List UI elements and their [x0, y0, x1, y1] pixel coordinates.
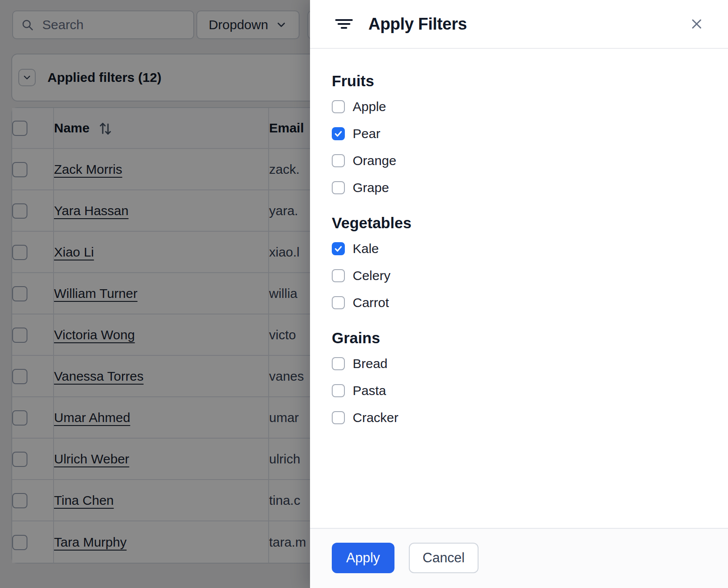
filter-option-carrot[interactable]: Carrot — [332, 289, 706, 316]
drawer-footer: Apply Cancel — [310, 528, 728, 588]
section-heading: Grains — [332, 328, 706, 348]
section-heading: Vegetables — [332, 213, 706, 233]
cancel-button[interactable]: Cancel — [409, 543, 479, 573]
filter-option-kale[interactable]: Kale — [332, 235, 706, 262]
filter-section-vegetables: Vegetables Kale Celery Carrot — [332, 213, 706, 316]
checkbox-orange[interactable] — [332, 154, 345, 167]
option-label: Carrot — [353, 295, 389, 310]
close-button[interactable] — [688, 15, 705, 33]
filter-section-grains: Grains Bread Pasta Cracker — [332, 328, 706, 431]
checkbox-kale[interactable] — [332, 242, 345, 255]
close-icon — [689, 16, 704, 32]
filter-option-orange[interactable]: Orange — [332, 147, 706, 174]
apply-button[interactable]: Apply — [332, 543, 394, 573]
checkbox-grape[interactable] — [332, 181, 345, 194]
checkbox-pasta[interactable] — [332, 384, 345, 397]
option-label: Cracker — [353, 410, 398, 425]
option-label: Pasta — [353, 383, 386, 398]
checkbox-pear[interactable] — [332, 127, 345, 140]
option-label: Grape — [353, 180, 389, 195]
checkbox-cracker[interactable] — [332, 411, 345, 424]
filter-option-celery[interactable]: Celery — [332, 262, 706, 289]
checkbox-apple[interactable] — [332, 100, 345, 113]
check-icon — [334, 129, 343, 139]
filter-drawer: Apply Filters Fruits Apple Pear — [310, 0, 728, 588]
option-label: Pear — [353, 126, 380, 141]
option-label: Orange — [353, 153, 396, 168]
checkbox-bread[interactable] — [332, 357, 345, 370]
checkbox-celery[interactable] — [332, 269, 345, 282]
option-label: Bread — [353, 356, 388, 371]
drawer-header: Apply Filters — [310, 0, 728, 49]
option-label: Celery — [353, 268, 391, 283]
drawer-content: Fruits Apple Pear Orange — [310, 49, 728, 528]
filter-option-cracker[interactable]: Cracker — [332, 404, 706, 431]
section-heading: Fruits — [332, 71, 706, 91]
option-label: Apple — [353, 99, 386, 114]
check-icon — [334, 244, 343, 253]
filter-option-grape[interactable]: Grape — [332, 174, 706, 201]
filter-option-bread[interactable]: Bread — [332, 350, 706, 377]
filter-lines-icon — [334, 15, 354, 33]
filter-option-apple[interactable]: Apple — [332, 93, 706, 120]
filter-section-fruits: Fruits Apple Pear Orange — [332, 71, 706, 201]
drawer-title: Apply Filters — [368, 15, 467, 34]
filter-option-pasta[interactable]: Pasta — [332, 377, 706, 404]
checkbox-carrot[interactable] — [332, 296, 345, 309]
filter-option-pear[interactable]: Pear — [332, 120, 706, 147]
option-label: Kale — [353, 241, 379, 256]
